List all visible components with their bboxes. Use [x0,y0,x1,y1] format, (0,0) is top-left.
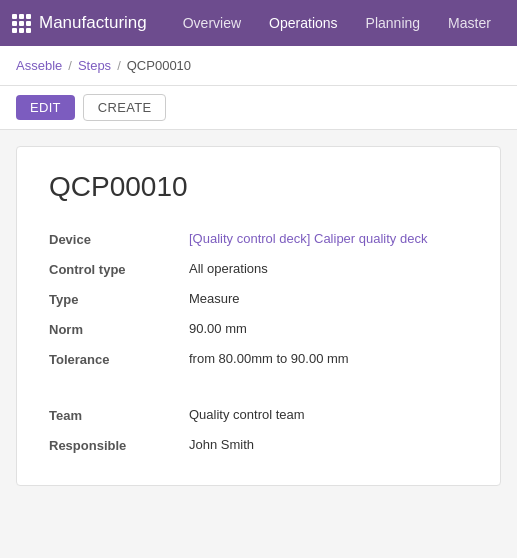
nav-link-overview[interactable]: Overview [171,11,253,35]
form-divider [49,381,468,393]
label-team: Team [49,407,189,423]
navbar-title: Manufacturing [39,13,147,33]
label-responsible: Responsible [49,437,189,453]
nav-link-master[interactable]: Master [436,11,503,35]
form-section-1: Device [Quality control deck] Caliper qu… [49,231,468,453]
label-type: Type [49,291,189,307]
record-title: QCP00010 [49,171,468,203]
value-control-type: All operations [189,261,468,276]
value-device[interactable]: [Quality control deck] Caliper quality d… [189,231,468,246]
label-norm: Norm [49,321,189,337]
value-norm: 90.00 mm [189,321,468,336]
breadcrumb: Asseble / Steps / QCP00010 [0,46,517,86]
main-content: QCP00010 Device [Quality control deck] C… [0,130,517,558]
breadcrumb-current: QCP00010 [127,58,191,73]
label-control-type: Control type [49,261,189,277]
nav-link-planning[interactable]: Planning [354,11,433,35]
create-button[interactable]: CREATE [83,94,167,121]
label-device: Device [49,231,189,247]
navbar: Manufacturing Overview Operations Planni… [0,0,517,46]
value-type: Measure [189,291,468,306]
apps-icon[interactable] [12,14,31,33]
breadcrumb-steps[interactable]: Steps [78,58,111,73]
breadcrumb-sep1: / [68,58,72,73]
breadcrumb-asseble[interactable]: Asseble [16,58,62,73]
value-tolerance: from 80.00mm to 90.00 mm [189,351,468,366]
nav-link-operations[interactable]: Operations [257,11,349,35]
value-responsible: John Smith [189,437,468,452]
edit-button[interactable]: EDIT [16,95,75,120]
record-card: QCP00010 Device [Quality control deck] C… [16,146,501,486]
value-team: Quality control team [189,407,468,422]
navbar-links: Overview Operations Planning Master [171,11,503,35]
action-bar: EDIT CREATE [0,86,517,130]
label-tolerance: Tolerance [49,351,189,367]
breadcrumb-sep2: / [117,58,121,73]
navbar-logo[interactable]: Manufacturing [12,13,147,33]
